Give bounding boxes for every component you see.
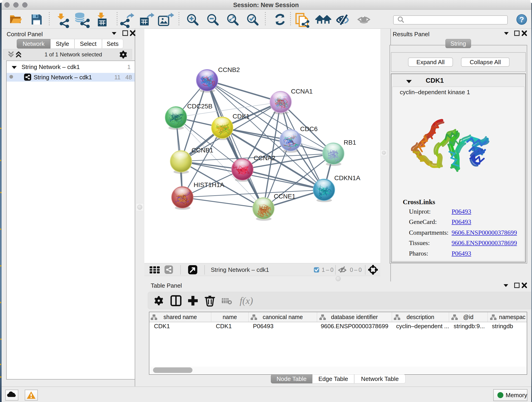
svg-text:CCNA1: CCNA1 (291, 88, 313, 95)
svg-text:CDK1: CDK1 (233, 113, 250, 120)
svg-text:CDC6: CDC6 (300, 125, 317, 133)
svg-text:?: ? (519, 15, 524, 24)
svg-text:CCNB2: CCNB2 (218, 66, 240, 73)
svg-text:f(x): f(x) (240, 295, 253, 306)
svg-text:CDC25B: CDC25B (187, 103, 212, 110)
svg-text:CCNE1: CCNE1 (274, 193, 296, 200)
svg-text:HIST1H1A: HIST1H1A (194, 181, 224, 188)
svg-text:CDKN1A: CDKN1A (334, 174, 360, 182)
svg-text:CCNA2: CCNA2 (254, 154, 275, 162)
svg-text:CCNB1: CCNB1 (191, 147, 213, 154)
svg-text:RB1: RB1 (344, 139, 356, 146)
